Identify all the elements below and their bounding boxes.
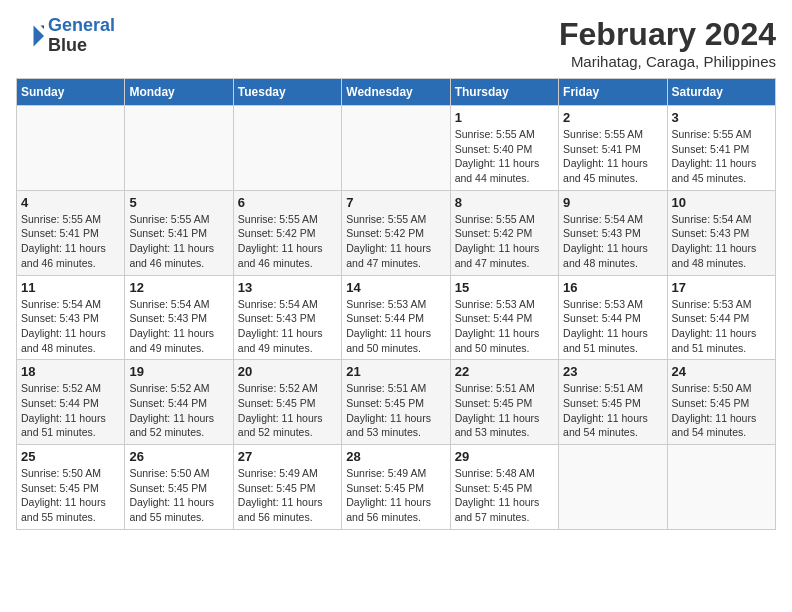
calendar-cell: 12Sunrise: 5:54 AM Sunset: 5:43 PM Dayli… <box>125 275 233 360</box>
calendar-cell: 9Sunrise: 5:54 AM Sunset: 5:43 PM Daylig… <box>559 190 667 275</box>
calendar-cell: 26Sunrise: 5:50 AM Sunset: 5:45 PM Dayli… <box>125 445 233 530</box>
day-number: 14 <box>346 280 445 295</box>
day-info: Sunrise: 5:48 AM Sunset: 5:45 PM Dayligh… <box>455 466 554 525</box>
calendar-cell: 16Sunrise: 5:53 AM Sunset: 5:44 PM Dayli… <box>559 275 667 360</box>
day-number: 17 <box>672 280 771 295</box>
day-number: 19 <box>129 364 228 379</box>
calendar-cell: 23Sunrise: 5:51 AM Sunset: 5:45 PM Dayli… <box>559 360 667 445</box>
logo-name-blue: Blue <box>48 36 115 56</box>
day-number: 15 <box>455 280 554 295</box>
calendar-cell <box>559 445 667 530</box>
calendar-cell: 19Sunrise: 5:52 AM Sunset: 5:44 PM Dayli… <box>125 360 233 445</box>
day-number: 16 <box>563 280 662 295</box>
day-number: 4 <box>21 195 120 210</box>
day-number: 10 <box>672 195 771 210</box>
day-info: Sunrise: 5:55 AM Sunset: 5:41 PM Dayligh… <box>21 212 120 271</box>
calendar-header: SundayMondayTuesdayWednesdayThursdayFrid… <box>17 79 776 106</box>
day-number: 24 <box>672 364 771 379</box>
day-number: 25 <box>21 449 120 464</box>
calendar-cell: 6Sunrise: 5:55 AM Sunset: 5:42 PM Daylig… <box>233 190 341 275</box>
calendar-cell: 17Sunrise: 5:53 AM Sunset: 5:44 PM Dayli… <box>667 275 775 360</box>
day-info: Sunrise: 5:55 AM Sunset: 5:42 PM Dayligh… <box>455 212 554 271</box>
day-number: 9 <box>563 195 662 210</box>
calendar-cell: 28Sunrise: 5:49 AM Sunset: 5:45 PM Dayli… <box>342 445 450 530</box>
day-info: Sunrise: 5:55 AM Sunset: 5:41 PM Dayligh… <box>672 127 771 186</box>
header-tuesday: Tuesday <box>233 79 341 106</box>
day-number: 1 <box>455 110 554 125</box>
calendar-cell <box>125 106 233 191</box>
calendar-cell: 15Sunrise: 5:53 AM Sunset: 5:44 PM Dayli… <box>450 275 558 360</box>
calendar-cell: 3Sunrise: 5:55 AM Sunset: 5:41 PM Daylig… <box>667 106 775 191</box>
svg-marker-0 <box>34 25 45 46</box>
day-info: Sunrise: 5:54 AM Sunset: 5:43 PM Dayligh… <box>21 297 120 356</box>
day-info: Sunrise: 5:53 AM Sunset: 5:44 PM Dayligh… <box>346 297 445 356</box>
calendar-cell: 1Sunrise: 5:55 AM Sunset: 5:40 PM Daylig… <box>450 106 558 191</box>
header-thursday: Thursday <box>450 79 558 106</box>
header-row: SundayMondayTuesdayWednesdayThursdayFrid… <box>17 79 776 106</box>
calendar-cell: 18Sunrise: 5:52 AM Sunset: 5:44 PM Dayli… <box>17 360 125 445</box>
logo-text: General Blue <box>48 16 115 56</box>
day-info: Sunrise: 5:55 AM Sunset: 5:42 PM Dayligh… <box>238 212 337 271</box>
day-info: Sunrise: 5:52 AM Sunset: 5:44 PM Dayligh… <box>21 381 120 440</box>
calendar-cell: 20Sunrise: 5:52 AM Sunset: 5:45 PM Dayli… <box>233 360 341 445</box>
day-info: Sunrise: 5:49 AM Sunset: 5:45 PM Dayligh… <box>346 466 445 525</box>
day-number: 23 <box>563 364 662 379</box>
calendar-title: February 2024 <box>559 16 776 53</box>
calendar-cell: 5Sunrise: 5:55 AM Sunset: 5:41 PM Daylig… <box>125 190 233 275</box>
calendar-body: 1Sunrise: 5:55 AM Sunset: 5:40 PM Daylig… <box>17 106 776 530</box>
day-number: 6 <box>238 195 337 210</box>
day-number: 5 <box>129 195 228 210</box>
day-number: 8 <box>455 195 554 210</box>
day-number: 7 <box>346 195 445 210</box>
calendar-cell: 4Sunrise: 5:55 AM Sunset: 5:41 PM Daylig… <box>17 190 125 275</box>
calendar-week-row: 11Sunrise: 5:54 AM Sunset: 5:43 PM Dayli… <box>17 275 776 360</box>
header-monday: Monday <box>125 79 233 106</box>
day-number: 29 <box>455 449 554 464</box>
day-info: Sunrise: 5:54 AM Sunset: 5:43 PM Dayligh… <box>563 212 662 271</box>
calendar-cell: 24Sunrise: 5:50 AM Sunset: 5:45 PM Dayli… <box>667 360 775 445</box>
calendar-cell: 2Sunrise: 5:55 AM Sunset: 5:41 PM Daylig… <box>559 106 667 191</box>
day-info: Sunrise: 5:55 AM Sunset: 5:42 PM Dayligh… <box>346 212 445 271</box>
day-info: Sunrise: 5:55 AM Sunset: 5:40 PM Dayligh… <box>455 127 554 186</box>
day-info: Sunrise: 5:49 AM Sunset: 5:45 PM Dayligh… <box>238 466 337 525</box>
calendar-cell: 11Sunrise: 5:54 AM Sunset: 5:43 PM Dayli… <box>17 275 125 360</box>
day-number: 18 <box>21 364 120 379</box>
calendar-week-row: 25Sunrise: 5:50 AM Sunset: 5:45 PM Dayli… <box>17 445 776 530</box>
day-number: 12 <box>129 280 228 295</box>
calendar-week-row: 18Sunrise: 5:52 AM Sunset: 5:44 PM Dayli… <box>17 360 776 445</box>
calendar-cell <box>342 106 450 191</box>
header-wednesday: Wednesday <box>342 79 450 106</box>
calendar-cell <box>667 445 775 530</box>
logo-icon <box>16 22 44 50</box>
logo: General Blue <box>16 16 115 56</box>
day-info: Sunrise: 5:50 AM Sunset: 5:45 PM Dayligh… <box>21 466 120 525</box>
calendar-cell: 8Sunrise: 5:55 AM Sunset: 5:42 PM Daylig… <box>450 190 558 275</box>
day-number: 20 <box>238 364 337 379</box>
calendar-cell <box>233 106 341 191</box>
header-saturday: Saturday <box>667 79 775 106</box>
calendar-cell: 29Sunrise: 5:48 AM Sunset: 5:45 PM Dayli… <box>450 445 558 530</box>
calendar-cell: 21Sunrise: 5:51 AM Sunset: 5:45 PM Dayli… <box>342 360 450 445</box>
calendar-cell: 27Sunrise: 5:49 AM Sunset: 5:45 PM Dayli… <box>233 445 341 530</box>
day-number: 27 <box>238 449 337 464</box>
day-info: Sunrise: 5:51 AM Sunset: 5:45 PM Dayligh… <box>563 381 662 440</box>
day-info: Sunrise: 5:55 AM Sunset: 5:41 PM Dayligh… <box>563 127 662 186</box>
logo-name-general: General <box>48 15 115 35</box>
day-info: Sunrise: 5:52 AM Sunset: 5:45 PM Dayligh… <box>238 381 337 440</box>
calendar-subtitle: Marihatag, Caraga, Philippines <box>559 53 776 70</box>
calendar-cell: 22Sunrise: 5:51 AM Sunset: 5:45 PM Dayli… <box>450 360 558 445</box>
day-info: Sunrise: 5:51 AM Sunset: 5:45 PM Dayligh… <box>346 381 445 440</box>
day-info: Sunrise: 5:54 AM Sunset: 5:43 PM Dayligh… <box>238 297 337 356</box>
day-info: Sunrise: 5:50 AM Sunset: 5:45 PM Dayligh… <box>672 381 771 440</box>
day-number: 22 <box>455 364 554 379</box>
day-number: 13 <box>238 280 337 295</box>
day-info: Sunrise: 5:54 AM Sunset: 5:43 PM Dayligh… <box>129 297 228 356</box>
calendar-cell: 13Sunrise: 5:54 AM Sunset: 5:43 PM Dayli… <box>233 275 341 360</box>
day-number: 28 <box>346 449 445 464</box>
day-info: Sunrise: 5:50 AM Sunset: 5:45 PM Dayligh… <box>129 466 228 525</box>
day-number: 2 <box>563 110 662 125</box>
day-info: Sunrise: 5:53 AM Sunset: 5:44 PM Dayligh… <box>672 297 771 356</box>
calendar-cell: 14Sunrise: 5:53 AM Sunset: 5:44 PM Dayli… <box>342 275 450 360</box>
day-number: 3 <box>672 110 771 125</box>
calendar-cell: 7Sunrise: 5:55 AM Sunset: 5:42 PM Daylig… <box>342 190 450 275</box>
